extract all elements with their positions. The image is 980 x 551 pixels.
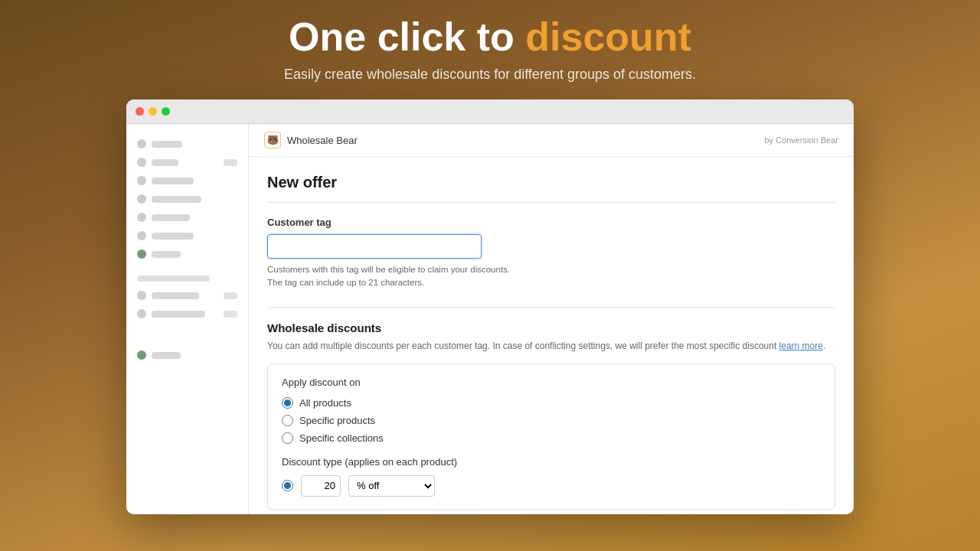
sidebar-item-2[interactable] (126, 153, 248, 171)
form-title: New offer (267, 174, 835, 203)
sidebar (126, 124, 249, 514)
hero-title-accent: discount (525, 15, 691, 59)
sidebar-icon-6 (137, 231, 146, 240)
sidebar-label-3 (152, 178, 194, 184)
radio-specific-products[interactable]: Specific products (282, 415, 821, 426)
app-by: by Conversion Bear (764, 135, 838, 145)
sidebar-icon-3 (137, 176, 146, 185)
sidebar-item-4[interactable] (126, 190, 248, 208)
customer-tag-hint: Customers with this tag will be eligible… (267, 263, 835, 290)
app-topbar: 🐻 Wholesale Bear by Conversion Bear (249, 124, 854, 157)
section-divider (267, 307, 835, 308)
browser-body: 🐻 Wholesale Bear by Conversion Bear New … (126, 124, 854, 514)
sidebar-label-8 (152, 292, 199, 299)
sidebar-icon-1 (137, 139, 146, 148)
discount-type-label: Discount type (applies on each product) (282, 456, 821, 468)
browser-titlebar (126, 99, 854, 124)
brand-emoji: 🐻 (267, 135, 279, 145)
customer-tag-input[interactable] (267, 234, 482, 259)
radio-specific-collections-input[interactable] (282, 432, 293, 444)
sidebar-icon-8 (137, 291, 146, 300)
hero-title-plain: One click to (289, 15, 525, 59)
sidebar-badge-9 (224, 311, 237, 318)
sidebar-item-7[interactable] (126, 245, 248, 263)
app-brand: 🐻 Wholesale Bear (264, 132, 358, 148)
sidebar-label-5 (152, 214, 190, 221)
sidebar-icon-bottom (137, 350, 146, 360)
hero-subtitle: Easily create wholesale discounts for di… (284, 67, 696, 83)
sidebar-item-1[interactable] (126, 135, 248, 153)
browser-dot-red[interactable] (136, 107, 144, 116)
brand-icon: 🐻 (264, 132, 281, 148)
wholesale-desc-plain: You can add multiple discounts per each … (267, 341, 779, 351)
radio-all-products-input[interactable] (282, 397, 293, 409)
sidebar-icon-5 (137, 213, 146, 222)
brand-name: Wholesale Bear (287, 135, 358, 146)
wholesale-section-title: Wholesale discounts (267, 321, 835, 334)
sidebar-label-2 (152, 159, 178, 166)
customer-tag-label: Customer tag (267, 217, 835, 228)
customer-tag-section: Customer tag Customers with this tag wil… (267, 217, 835, 290)
discount-box: Apply discount on All products Specific … (267, 364, 835, 510)
sidebar-label-4 (152, 196, 201, 203)
learn-more-link[interactable]: learn more (779, 341, 823, 351)
sidebar-icon-9 (137, 309, 146, 318)
wholesale-section-desc: You can add multiple discounts per each … (267, 339, 835, 353)
sidebar-label-9 (152, 311, 205, 318)
sidebar-badge-2 (224, 159, 237, 166)
form-area: New offer Customer tag Customers with th… (249, 157, 854, 514)
discount-type-row: % off Fixed amount (282, 475, 821, 497)
sidebar-item-3[interactable] (126, 171, 248, 190)
sidebar-badge-8 (224, 292, 237, 299)
radio-specific-collections-label: Specific collections (299, 432, 384, 444)
discount-type-radio[interactable] (282, 480, 293, 491)
sidebar-label-7 (152, 251, 181, 258)
browser-window: 🐻 Wholesale Bear by Conversion Bear New … (126, 99, 854, 514)
browser-dot-green[interactable] (162, 107, 170, 116)
sidebar-icon-4 (137, 194, 146, 204)
apply-discount-radio-group: All products Specific products Specific … (282, 397, 821, 444)
radio-all-products[interactable]: All products (282, 397, 821, 409)
radio-all-products-label: All products (299, 397, 351, 409)
sidebar-item-8[interactable] (126, 286, 248, 305)
sidebar-icon-7 (137, 249, 146, 259)
sidebar-item-9[interactable] (126, 305, 248, 323)
wholesale-section: Wholesale discounts You can add multiple… (267, 321, 835, 510)
apply-discount-label: Apply discount on (282, 377, 821, 388)
hero-title: One click to discount (289, 15, 691, 59)
main-content: 🐻 Wholesale Bear by Conversion Bear New … (249, 124, 854, 514)
sidebar-label-1 (152, 141, 182, 148)
discount-value-input[interactable] (301, 475, 341, 497)
sidebar-label-bottom (152, 352, 181, 359)
radio-specific-products-input[interactable] (282, 415, 293, 426)
sidebar-icon-2 (137, 158, 146, 167)
radio-specific-products-label: Specific products (299, 415, 375, 426)
sidebar-item-bottom[interactable] (126, 346, 248, 364)
discount-unit-select[interactable]: % off Fixed amount (348, 475, 435, 497)
hint-line-2: The tag can include up to 21 characters. (267, 276, 835, 289)
browser-dot-yellow[interactable] (149, 107, 157, 116)
sidebar-label-6 (152, 233, 194, 240)
hint-line-1: Customers with this tag will be eligible… (267, 263, 835, 276)
wholesale-desc-end: . (823, 341, 825, 351)
sidebar-section-divider (137, 276, 210, 282)
radio-specific-collections[interactable]: Specific collections (282, 432, 821, 444)
sidebar-item-6[interactable] (126, 227, 248, 245)
sidebar-item-5[interactable] (126, 208, 248, 227)
